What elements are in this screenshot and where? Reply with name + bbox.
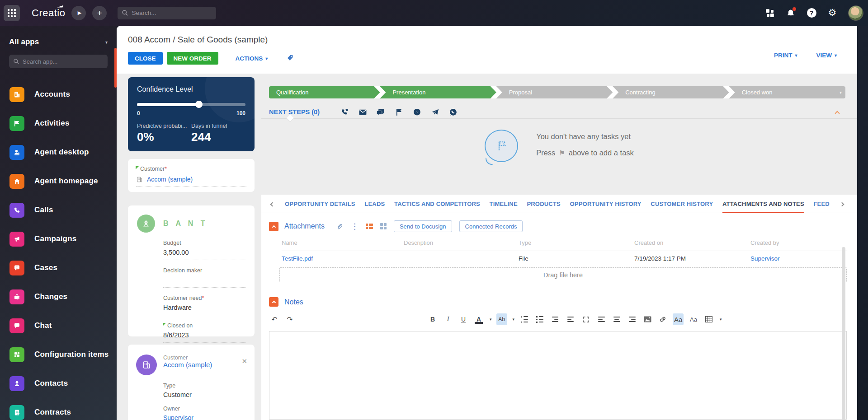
tab-opportunity-details[interactable]: OPPORTUNITY DETAILS <box>285 195 355 213</box>
tab-products[interactable]: PRODUCTS <box>527 195 561 213</box>
column-header-name[interactable]: Name <box>282 239 404 246</box>
stage-contracting[interactable]: Contracting <box>613 86 729 98</box>
table-row[interactable]: TestFile.pdf File 7/19/2023 1:17 PM Supe… <box>282 251 847 266</box>
stage-proposal[interactable]: Proposal <box>496 86 613 98</box>
chats-icon[interactable] <box>377 108 385 117</box>
tab-attachments-and-notes[interactable]: ATTACHMENTS AND NOTES <box>722 195 804 213</box>
bold-button[interactable]: B <box>427 313 438 325</box>
column-header-created-on[interactable]: Created on <box>634 239 750 246</box>
new-order-button[interactable]: NEW ORDER <box>167 52 218 65</box>
column-header-type[interactable]: Type <box>519 239 634 246</box>
tag-icon[interactable] <box>286 54 294 63</box>
notes-editor[interactable] <box>269 331 847 420</box>
collapse-notes-button[interactable] <box>269 297 278 307</box>
customer-account-link[interactable]: Accom (sample) <box>163 361 212 369</box>
sidebar-item-contacts[interactable]: Contacts <box>0 369 117 398</box>
messenger-icon[interactable] <box>413 108 421 117</box>
send-to-docusign-button[interactable]: Send to Docusign <box>394 220 452 232</box>
sidebar-item-contracts[interactable]: Contracts <box>0 398 117 420</box>
customer-need-field[interactable]: Customer need* Hardware <box>163 294 245 315</box>
font-family-select[interactable] <box>310 316 377 324</box>
drag-file-dropzone[interactable]: Drag file here <box>279 267 847 282</box>
decision-maker-field[interactable]: Decision maker <box>163 266 245 288</box>
sidebar-item-chat[interactable]: Chat <box>0 311 117 340</box>
task-flag-icon[interactable] <box>395 108 403 117</box>
telegram-icon[interactable] <box>431 108 439 117</box>
styles-button[interactable]: Aa <box>673 313 684 325</box>
customer-link[interactable]: Accom (sample) <box>147 176 193 183</box>
global-search[interactable] <box>118 7 216 19</box>
attachment-file-link[interactable]: TestFile.pdf <box>282 255 313 262</box>
next-steps-label[interactable]: NEXT STEPS (0) <box>269 108 320 116</box>
email-icon[interactable] <box>359 108 367 117</box>
actions-dropdown[interactable]: ACTIONS▾ <box>236 55 268 62</box>
budget-field[interactable]: Budget 3,500.00 <box>163 238 245 260</box>
stage-closed-won[interactable]: Closed won▾ <box>729 86 845 98</box>
sidebar-item-campaigns[interactable]: Campaigns <box>0 224 117 253</box>
slider-thumb[interactable] <box>195 101 203 108</box>
attachment-created-by-link[interactable]: Supervisor <box>750 255 780 262</box>
align-left-button[interactable] <box>596 313 607 325</box>
app-search-input[interactable] <box>23 58 99 65</box>
tab-timeline[interactable]: TIMELINE <box>490 195 518 213</box>
insert-image-icon[interactable] <box>642 313 653 325</box>
undo-icon[interactable]: ↶ <box>269 313 280 325</box>
font-size-select[interactable] <box>388 316 415 324</box>
quick-add-button[interactable]: + <box>92 6 107 20</box>
indent-button[interactable] <box>565 313 576 325</box>
app-search[interactable] <box>9 55 108 68</box>
close-button[interactable]: CLOSE <box>128 52 163 65</box>
settings-gear-icon[interactable]: ⚙ <box>827 8 837 18</box>
sidebar-item-configuration-items[interactable]: Configuration items <box>0 340 117 369</box>
chevron-down-icon[interactable]: ▾ <box>513 317 515 322</box>
process-play-button[interactable]: ▶ <box>71 6 86 20</box>
confidence-slider[interactable] <box>137 101 245 108</box>
text-color-button[interactable]: A <box>473 313 484 325</box>
global-search-input[interactable] <box>132 9 208 16</box>
app-launcher-icon[interactable] <box>4 5 20 21</box>
sidebar-item-accounts[interactable]: Accounts <box>0 80 117 109</box>
workplace-tiles-icon[interactable] <box>765 8 775 18</box>
collapse-tasks-button[interactable] <box>835 109 839 117</box>
column-header-description[interactable]: Description <box>404 239 519 246</box>
sidebar-item-calls[interactable]: Calls <box>0 196 117 224</box>
connected-records-button[interactable]: Connected Records <box>459 220 523 232</box>
stage-qualification[interactable]: Qualification <box>269 86 380 98</box>
tab-opportunity-history[interactable]: OPPORTUNITY HISTORY <box>570 195 642 213</box>
print-dropdown[interactable]: PRINT▾ <box>774 52 797 59</box>
closed-on-field[interactable]: Closed on 8/6/2023 <box>163 321 245 343</box>
sidebar-item-agent-homepage[interactable]: Agent homepage <box>0 167 117 196</box>
format-button[interactable]: Aa <box>688 313 699 325</box>
user-avatar[interactable] <box>848 5 863 21</box>
view-dropdown[interactable]: VIEW▾ <box>816 52 837 59</box>
tab-tactics-and-competitors[interactable]: TACTICS AND COMPETITORS <box>394 195 480 213</box>
highlight-color-button[interactable]: Ab <box>496 313 507 325</box>
call-icon[interactable] <box>340 108 349 117</box>
list-view-icon[interactable] <box>366 224 373 229</box>
chevron-down-icon[interactable]: ▾ <box>720 317 722 322</box>
content-scrollbar[interactable] <box>842 247 845 420</box>
kebab-menu-icon[interactable]: ⋮ <box>351 223 359 230</box>
all-apps-selector[interactable]: All apps ▾ <box>9 37 108 47</box>
bullet-list-button[interactable] <box>534 313 545 325</box>
paperclip-icon[interactable] <box>336 223 344 230</box>
tabs-scroll-left[interactable] <box>269 201 276 207</box>
sidebar-item-cases[interactable]: Cases <box>0 253 117 282</box>
outdent-button[interactable] <box>550 313 561 325</box>
whatsapp-icon[interactable] <box>449 108 458 117</box>
ordered-list-button[interactable] <box>519 313 530 325</box>
tab-leads[interactable]: LEADS <box>364 195 385 213</box>
fullscreen-icon[interactable] <box>580 313 591 325</box>
italic-button[interactable]: I <box>443 313 453 325</box>
tab-customer-history[interactable]: CUSTOMER HISTORY <box>651 195 713 213</box>
sidebar-item-agent-desktop[interactable]: Agent desktop <box>0 138 117 167</box>
chevron-down-icon[interactable]: ▾ <box>490 317 492 322</box>
sidebar-item-changes[interactable]: Changes <box>0 282 117 311</box>
underline-button[interactable]: U <box>458 313 469 325</box>
tabs-scroll-right[interactable] <box>839 201 845 207</box>
collapse-attachments-button[interactable] <box>269 222 278 231</box>
owner-link[interactable]: Supervisor <box>163 414 193 420</box>
align-center-button[interactable] <box>611 313 622 325</box>
grid-view-icon[interactable] <box>380 223 387 229</box>
help-icon[interactable]: ? <box>807 8 816 18</box>
